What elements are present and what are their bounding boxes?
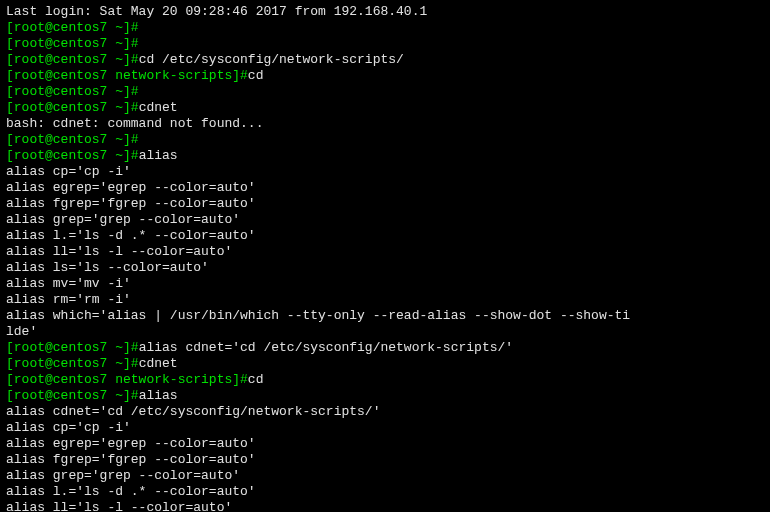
shell-prompt: [root@centos7 ~]# (6, 132, 139, 147)
shell-prompt: [root@centos7 ~]# (6, 340, 139, 355)
terminal-output: alias cdnet='cd /etc/sysconfig/network-s… (6, 404, 380, 419)
terminal-output: alias fgrep='fgrep --color=auto' (6, 196, 256, 211)
terminal-output: alias l.='ls -d .* --color=auto' (6, 484, 256, 499)
terminal-line: [root@centos7 ~]#cd /etc/sysconfig/netwo… (6, 52, 764, 68)
command-text: cdnet (139, 356, 178, 371)
terminal-output: alias which='alias | /usr/bin/which --tt… (6, 308, 630, 323)
command-text: alias (139, 148, 178, 163)
command-text: alias cdnet='cd /etc/sysconfig/network-s… (139, 340, 513, 355)
terminal-output: alias cp='cp -i' (6, 420, 131, 435)
terminal-line: [root@centos7 ~]# (6, 36, 764, 52)
terminal-line: alias rm='rm -i' (6, 292, 764, 308)
terminal-line: lde' (6, 324, 764, 340)
terminal-line: [root@centos7 ~]#alias (6, 148, 764, 164)
terminal-output: alias rm='rm -i' (6, 292, 131, 307)
terminal-line: [root@centos7 network-scripts]#cd (6, 68, 764, 84)
terminal-line: alias cdnet='cd /etc/sysconfig/network-s… (6, 404, 764, 420)
terminal-line: alias ll='ls -l --color=auto' (6, 500, 764, 512)
terminal-line: [root@centos7 ~]#alias (6, 388, 764, 404)
shell-prompt: [root@centos7 ~]# (6, 36, 139, 51)
terminal-line: alias grep='grep --color=auto' (6, 212, 764, 228)
terminal-line: alias fgrep='fgrep --color=auto' (6, 196, 764, 212)
shell-prompt: [root@centos7 ~]# (6, 148, 139, 163)
terminal-line: alias fgrep='fgrep --color=auto' (6, 452, 764, 468)
terminal-output: lde' (6, 324, 37, 339)
command-text: cd (248, 372, 264, 387)
terminal-line: bash: cdnet: command not found... (6, 116, 764, 132)
terminal-line: [root@centos7 ~]#cdnet (6, 356, 764, 372)
shell-prompt: [root@centos7 ~]# (6, 84, 139, 99)
terminal-line: [root@centos7 ~]# (6, 84, 764, 100)
terminal-line: alias ls='ls --color=auto' (6, 260, 764, 276)
shell-prompt: [root@centos7 ~]# (6, 100, 139, 115)
terminal-output: alias grep='grep --color=auto' (6, 468, 240, 483)
terminal-line: Last login: Sat May 20 09:28:46 2017 fro… (6, 4, 764, 20)
terminal-line: alias egrep='egrep --color=auto' (6, 180, 764, 196)
terminal-output: alias ls='ls --color=auto' (6, 260, 209, 275)
command-text: cd (248, 68, 264, 83)
terminal-line: alias grep='grep --color=auto' (6, 468, 764, 484)
terminal-line: alias egrep='egrep --color=auto' (6, 436, 764, 452)
command-text: cdnet (139, 100, 178, 115)
shell-prompt: [root@centos7 network-scripts]# (6, 68, 248, 83)
terminal-line: [root@centos7 network-scripts]#cd (6, 372, 764, 388)
terminal-line: [root@centos7 ~]# (6, 132, 764, 148)
terminal-output: alias ll='ls -l --color=auto' (6, 244, 232, 259)
terminal-output: Last login: Sat May 20 09:28:46 2017 fro… (6, 4, 427, 19)
terminal-window[interactable]: Last login: Sat May 20 09:28:46 2017 fro… (6, 4, 764, 512)
command-text: cd /etc/sysconfig/network-scripts/ (139, 52, 404, 67)
terminal-output: alias grep='grep --color=auto' (6, 212, 240, 227)
command-text: alias (139, 388, 178, 403)
terminal-output: alias cp='cp -i' (6, 164, 131, 179)
terminal-output: alias fgrep='fgrep --color=auto' (6, 452, 256, 467)
terminal-line: alias ll='ls -l --color=auto' (6, 244, 764, 260)
terminal-output: bash: cdnet: command not found... (6, 116, 263, 131)
terminal-line: [root@centos7 ~]#cdnet (6, 100, 764, 116)
shell-prompt: [root@centos7 network-scripts]# (6, 372, 248, 387)
terminal-output: alias egrep='egrep --color=auto' (6, 436, 256, 451)
terminal-line: alias cp='cp -i' (6, 420, 764, 436)
terminal-output: alias egrep='egrep --color=auto' (6, 180, 256, 195)
terminal-line: alias mv='mv -i' (6, 276, 764, 292)
shell-prompt: [root@centos7 ~]# (6, 20, 139, 35)
terminal-output: alias ll='ls -l --color=auto' (6, 500, 232, 512)
terminal-output: alias l.='ls -d .* --color=auto' (6, 228, 256, 243)
shell-prompt: [root@centos7 ~]# (6, 52, 139, 67)
terminal-line: alias l.='ls -d .* --color=auto' (6, 228, 764, 244)
terminal-line: alias l.='ls -d .* --color=auto' (6, 484, 764, 500)
terminal-line: alias which='alias | /usr/bin/which --tt… (6, 308, 764, 324)
shell-prompt: [root@centos7 ~]# (6, 388, 139, 403)
shell-prompt: [root@centos7 ~]# (6, 356, 139, 371)
terminal-output: alias mv='mv -i' (6, 276, 131, 291)
terminal-line: [root@centos7 ~]# (6, 20, 764, 36)
terminal-line: [root@centos7 ~]#alias cdnet='cd /etc/sy… (6, 340, 764, 356)
terminal-line: alias cp='cp -i' (6, 164, 764, 180)
